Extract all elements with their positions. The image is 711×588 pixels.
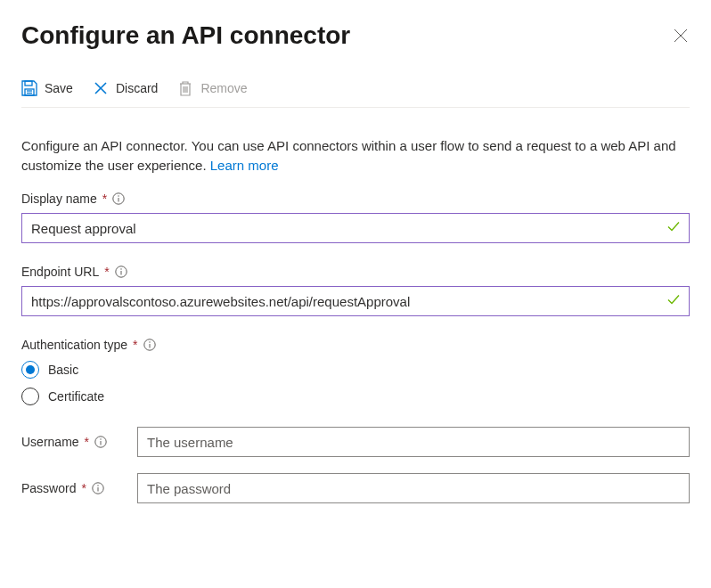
discard-icon xyxy=(93,80,109,96)
radio-indicator xyxy=(21,388,39,405)
save-label: Save xyxy=(45,81,73,95)
endpoint-url-label: Endpoint URL xyxy=(21,265,99,279)
check-icon xyxy=(666,293,681,310)
required-indicator: * xyxy=(81,481,86,495)
required-indicator: * xyxy=(133,338,137,352)
auth-type-label: Authentication type xyxy=(21,338,127,352)
svg-point-15 xyxy=(120,268,121,269)
remove-label: Remove xyxy=(200,81,247,95)
description-text: Configure an API connector. You can use … xyxy=(21,136,690,176)
save-icon xyxy=(21,80,37,96)
radio-basic[interactable]: Basic xyxy=(21,361,690,379)
svg-point-12 xyxy=(118,195,119,196)
learn-more-link[interactable]: Learn more xyxy=(210,158,279,173)
radio-certificate-label: Certificate xyxy=(48,389,104,404)
radio-basic-label: Basic xyxy=(48,363,78,377)
info-icon[interactable] xyxy=(92,482,104,494)
username-label: Username xyxy=(21,435,79,449)
info-icon[interactable] xyxy=(112,192,125,205)
radio-indicator xyxy=(21,361,39,379)
trash-icon xyxy=(177,80,193,96)
required-indicator: * xyxy=(104,265,109,279)
required-indicator: * xyxy=(102,192,107,206)
endpoint-url-input[interactable] xyxy=(21,286,690,316)
remove-button: Remove xyxy=(177,80,247,96)
check-icon xyxy=(666,220,681,237)
description-body: Configure an API connector. You can use … xyxy=(21,138,676,173)
svg-rect-2 xyxy=(25,81,32,86)
toolbar: Save Discard Remove xyxy=(21,80,690,108)
auth-type-radio-group: Basic Certificate xyxy=(21,361,690,405)
display-name-input[interactable] xyxy=(21,213,690,243)
svg-point-18 xyxy=(149,341,150,342)
password-label: Password xyxy=(21,481,76,495)
svg-rect-3 xyxy=(25,89,34,95)
required-indicator: * xyxy=(85,435,89,449)
info-icon[interactable] xyxy=(94,436,107,448)
save-button[interactable]: Save xyxy=(21,80,73,96)
svg-point-24 xyxy=(97,485,98,486)
discard-label: Discard xyxy=(116,81,158,95)
radio-certificate[interactable]: Certificate xyxy=(21,388,690,405)
discard-button[interactable]: Discard xyxy=(93,80,158,96)
display-name-label: Display name xyxy=(21,192,97,206)
close-icon xyxy=(674,29,688,43)
info-icon[interactable] xyxy=(143,339,156,351)
svg-point-21 xyxy=(100,438,101,439)
page-title: Configure an API connector xyxy=(21,21,350,50)
username-input[interactable] xyxy=(137,427,690,457)
info-icon[interactable] xyxy=(115,265,127,278)
password-input[interactable] xyxy=(137,473,690,503)
close-button[interactable] xyxy=(672,27,690,45)
